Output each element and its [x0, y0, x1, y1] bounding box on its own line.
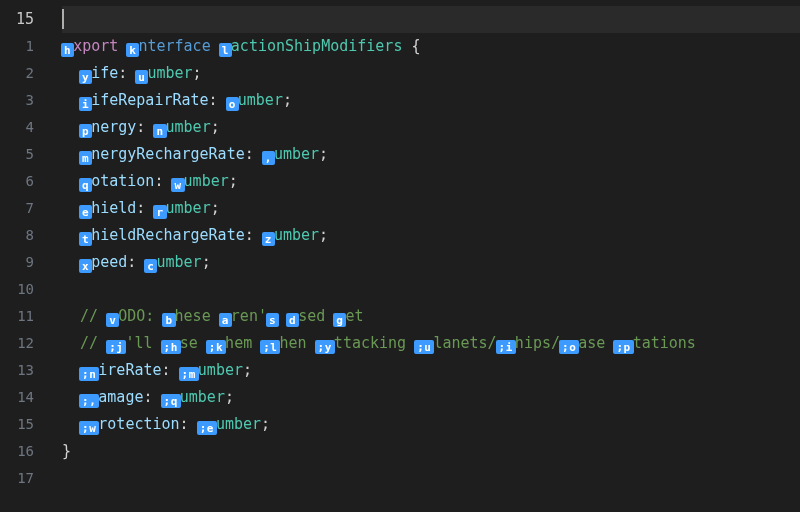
code-token: :: [180, 415, 198, 433]
code-token: sed: [298, 307, 334, 325]
jump-hint[interactable]: q: [79, 178, 92, 192]
code-line[interactable]: [62, 465, 800, 492]
jump-hint[interactable]: t: [79, 232, 92, 246]
jump-hint[interactable]: u: [135, 70, 148, 84]
code-token: ren': [231, 307, 267, 325]
code-line[interactable]: xpeed: cumber;: [62, 249, 800, 276]
jump-hint[interactable]: w: [171, 178, 184, 192]
code-line[interactable]: ;wrotection: ;eumber;: [62, 411, 800, 438]
jump-hint[interactable]: v: [106, 313, 119, 327]
jump-hint[interactable]: ;w: [79, 421, 99, 435]
jump-hint[interactable]: ;m: [179, 367, 199, 381]
code-token: ireRate: [98, 361, 161, 379]
code-token: hield: [91, 199, 136, 217]
code-line[interactable]: ehield: rumber;: [62, 195, 800, 222]
jump-hint[interactable]: h: [61, 43, 74, 57]
jump-hint[interactable]: ;i: [496, 340, 516, 354]
code-line[interactable]: pnergy: number;: [62, 114, 800, 141]
code-line[interactable]: thieldRechargeRate: zumber;: [62, 222, 800, 249]
code-token: hieldRechargeRate: [91, 226, 245, 244]
jump-hint[interactable]: ;y: [315, 340, 335, 354]
code-area[interactable]: hxport knterface lactionShipModifiers {y…: [54, 0, 800, 512]
code-token: otation: [91, 172, 154, 190]
code-token: //: [80, 307, 107, 325]
code-token: :: [136, 199, 154, 217]
code-token: hen: [279, 334, 315, 352]
code-line[interactable]: iifeRepairRate: oumber;: [62, 87, 800, 114]
code-token: ;: [193, 64, 202, 82]
jump-hint[interactable]: b: [162, 313, 175, 327]
jump-hint[interactable]: o: [226, 97, 239, 111]
code-token: ttacking: [334, 334, 415, 352]
jump-hint[interactable]: ;q: [161, 394, 181, 408]
jump-hint[interactable]: x: [79, 259, 92, 273]
code-line[interactable]: }: [62, 438, 800, 465]
code-line[interactable]: qotation: wumber;: [62, 168, 800, 195]
code-line[interactable]: [62, 276, 800, 303]
line-number: 2: [0, 60, 42, 87]
jump-hint[interactable]: c: [144, 259, 157, 273]
jump-hint[interactable]: k: [126, 43, 139, 57]
jump-hint[interactable]: ;n: [79, 367, 99, 381]
jump-hint[interactable]: d: [286, 313, 299, 327]
jump-hint[interactable]: l: [219, 43, 232, 57]
jump-hint[interactable]: ;,: [79, 394, 99, 408]
jump-hint[interactable]: ,: [262, 151, 275, 165]
jump-hint[interactable]: s: [266, 313, 279, 327]
jump-hint[interactable]: m: [79, 151, 92, 165]
jump-hint[interactable]: g: [333, 313, 346, 327]
jump-hint[interactable]: ;l: [260, 340, 280, 354]
jump-hint[interactable]: ;k: [206, 340, 226, 354]
code-token: ODO:: [118, 307, 163, 325]
code-line[interactable]: yife: uumber;: [62, 60, 800, 87]
jump-hint[interactable]: ;u: [414, 340, 434, 354]
jump-hint[interactable]: ;o: [559, 340, 579, 354]
code-line[interactable]: ;,amage: ;qumber;: [62, 384, 800, 411]
line-number: 16: [0, 438, 42, 465]
code-token: //: [80, 334, 107, 352]
jump-hint[interactable]: ;p: [613, 340, 633, 354]
code-token: nergy: [91, 118, 136, 136]
code-token: umber: [156, 253, 201, 271]
code-token: :: [154, 172, 172, 190]
code-token: nergyRechargeRate: [91, 145, 245, 163]
line-number: 1: [0, 33, 42, 60]
line-number: 5: [0, 141, 42, 168]
code-line[interactable]: hxport knterface lactionShipModifiers {: [62, 33, 800, 60]
jump-hint[interactable]: r: [153, 205, 166, 219]
jump-hint[interactable]: ;j: [106, 340, 126, 354]
code-line[interactable]: // ;j'll ;hse ;khem ;lhen ;yttacking ;ul…: [62, 330, 800, 357]
code-token: ife: [91, 64, 118, 82]
code-line[interactable]: ;nireRate: ;mumber;: [62, 357, 800, 384]
code-token: umber: [166, 199, 211, 217]
code-token: :: [245, 145, 263, 163]
jump-hint[interactable]: z: [262, 232, 275, 246]
jump-hint[interactable]: p: [79, 124, 92, 138]
code-token: tations: [633, 334, 696, 352]
code-token: :: [162, 361, 180, 379]
code-line[interactable]: // vODO: bhese aren's dsed get: [62, 303, 800, 330]
jump-hint[interactable]: a: [219, 313, 232, 327]
jump-hint[interactable]: ;h: [161, 340, 181, 354]
jump-hint[interactable]: y: [79, 70, 92, 84]
code-token: umber: [166, 118, 211, 136]
code-token: umber: [274, 145, 319, 163]
jump-hint[interactable]: n: [153, 124, 166, 138]
text-cursor: [62, 9, 64, 29]
line-number: 13: [0, 357, 42, 384]
jump-hint[interactable]: i: [79, 97, 92, 111]
header-row: [62, 6, 800, 33]
code-line[interactable]: mnergyRechargeRate: ,umber;: [62, 141, 800, 168]
line-number: 12: [0, 330, 42, 357]
code-token: ase: [578, 334, 614, 352]
code-token: hem: [225, 334, 261, 352]
code-token: se: [180, 334, 207, 352]
code-token: ;: [283, 91, 292, 109]
code-token: :: [245, 226, 263, 244]
code-token: ;: [211, 118, 220, 136]
jump-hint[interactable]: ;e: [197, 421, 217, 435]
jump-hint[interactable]: e: [79, 205, 92, 219]
code-editor[interactable]: 15 1234567891011121314151617 hxport knte…: [0, 0, 800, 512]
code-token: umber: [274, 226, 319, 244]
line-number: 11: [0, 303, 42, 330]
